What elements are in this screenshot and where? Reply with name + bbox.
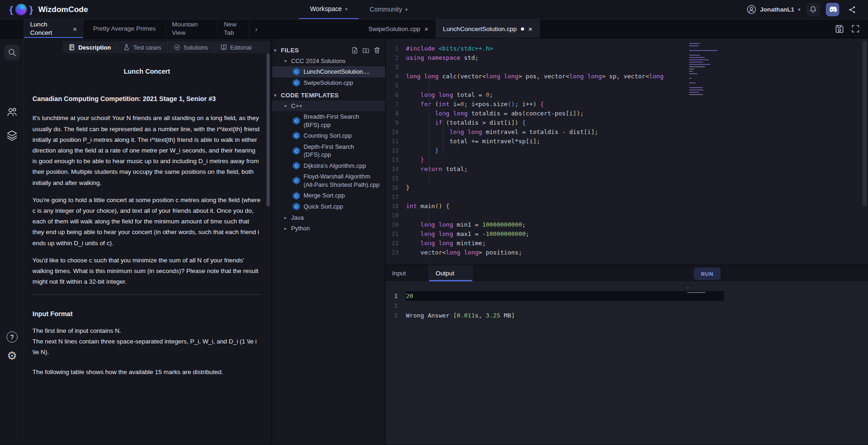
line-number: 17 xyxy=(386,192,406,202)
minimap-line xyxy=(689,78,691,79)
editor-minimap[interactable] xyxy=(689,43,724,96)
fullscreen-icon[interactable] xyxy=(851,25,860,33)
file-dijkstra-s-algorithm-cpp[interactable]: CDijkstra's Algorithm.cpp xyxy=(272,160,385,172)
file-depth-first-search-dfs-cpp[interactable]: CDepth-First Search (DFS).cpp xyxy=(272,141,385,160)
save-icon[interactable] xyxy=(835,25,844,33)
doc-tab-solutions[interactable]: Solutions xyxy=(168,41,215,53)
file-floyd-warshall-algorithm-all-pairs-shortest-path-cpp[interactable]: CFloyd-Warshall Algorithm (All-Pairs Sho… xyxy=(272,171,385,190)
templates-button[interactable] xyxy=(0,129,24,141)
code-line: 6 long long total = 0; xyxy=(386,90,868,100)
code-text: long long calc(vector<long long> pos, ve… xyxy=(406,72,664,81)
io-tab-input[interactable]: Input xyxy=(386,265,429,281)
close-icon[interactable]: × xyxy=(73,25,77,33)
problem-tab[interactable]: Pretty Average Primes xyxy=(83,19,166,38)
code-line: 2using namespace std; xyxy=(386,53,868,63)
code-editor[interactable]: 1#include <bits/stdc++.h>2using namespac… xyxy=(386,38,868,265)
code-text: long long mintravel = totaldis - dist[i]… xyxy=(406,127,598,137)
code-line: 10 long long mintravel = totaldis - dist… xyxy=(386,127,868,137)
settings-button[interactable]: ⚙ xyxy=(0,350,24,362)
unsaved-dot-icon xyxy=(521,27,524,31)
folder-python[interactable]: ▸Python xyxy=(272,223,385,234)
files-section-header[interactable]: ▾ FILES xyxy=(272,45,385,56)
file-counting-sort-cpp[interactable]: CCounting Sort.cpp xyxy=(272,130,385,141)
svg-text:C: C xyxy=(295,178,298,183)
output-text: 20 xyxy=(406,291,724,301)
notifications-button[interactable] xyxy=(806,3,820,16)
chevron-right-icon: ▸ xyxy=(282,215,289,220)
app-logo[interactable]: { } WizdomCode xyxy=(0,4,88,15)
editor-tab[interactable]: SwipeSolution.cpp× xyxy=(361,19,436,38)
code-line: 18int main() { xyxy=(386,202,868,211)
close-icon[interactable]: × xyxy=(424,25,429,33)
code-line: 13 } xyxy=(386,155,868,165)
left-sidebar: ? ⚙ xyxy=(0,38,24,445)
editor-scrollbar[interactable] xyxy=(862,41,867,206)
problem-tab[interactable]: Lunch Concert× xyxy=(24,19,83,38)
editor-tab-region: SwipeSolution.cpp×LunchConcertSolution.c… xyxy=(361,19,868,38)
svg-text:C: C xyxy=(295,164,298,168)
new-file-icon[interactable] xyxy=(351,47,358,54)
output-minimap-line xyxy=(687,287,689,288)
output-console[interactable]: 12023Wrong Answer [0.011s, 3.25 MB] xyxy=(386,282,868,445)
file-swipesolution-cpp[interactable]: CSwipeSolution.cpp xyxy=(272,77,385,89)
minimap-line xyxy=(689,71,693,72)
doc-tab-test-cases[interactable]: Test cases xyxy=(117,41,167,53)
folder-c[interactable]: ▾C++ xyxy=(272,101,385,111)
new-folder-icon[interactable] xyxy=(362,47,369,54)
doc-tab-description[interactable]: Description xyxy=(63,41,117,53)
file-merge-sort-cpp[interactable]: CMerge Sort.cpp xyxy=(272,190,385,201)
trash-icon[interactable] xyxy=(374,47,380,54)
chevron-down-icon: ▾ xyxy=(345,6,348,12)
section-divider xyxy=(32,294,261,295)
run-button[interactable]: RUN xyxy=(694,267,721,280)
description-scrollbar[interactable] xyxy=(266,53,270,206)
minimap-line xyxy=(689,45,698,46)
cpp-icon: C xyxy=(292,191,300,200)
file-quick-sort-cpp[interactable]: CQuick Sort.cpp xyxy=(272,201,385,212)
folder-ccc-2024-solutions[interactable]: ▾CCC 2024 Solutions xyxy=(272,56,385,66)
code-line: 4long long calc(vector<long long> pos, v… xyxy=(386,72,868,81)
nav-item-workspace[interactable]: Workspace▾ xyxy=(299,0,359,19)
minimap-line xyxy=(689,92,699,93)
line-number: 13 xyxy=(386,155,406,165)
user-menu[interactable]: JonathanL1 ▾ xyxy=(747,5,800,14)
io-tab-output[interactable]: Output xyxy=(429,265,473,281)
folder-java[interactable]: ▸Java xyxy=(272,212,385,223)
file-label: Quick Sort.cpp xyxy=(304,202,343,212)
file-lunchconcertsolution[interactable]: CLunchConcertSolution.... xyxy=(272,66,385,77)
share-button[interactable] xyxy=(845,3,859,16)
code-line: 14 return total; xyxy=(386,165,868,174)
problem-tab[interactable]: New Tab xyxy=(218,19,249,38)
discord-button[interactable] xyxy=(826,3,839,16)
folder-label: Java xyxy=(291,214,304,221)
search-button[interactable] xyxy=(4,44,20,60)
cpp-icon: C xyxy=(292,116,300,125)
help-button[interactable]: ? xyxy=(0,331,24,343)
discord-icon xyxy=(828,6,837,13)
collaboration-button[interactable] xyxy=(0,106,24,118)
tab-scroll-right-button[interactable]: › xyxy=(249,19,263,38)
file-label: Breadth-First Search (BFS).cpp xyxy=(304,112,382,130)
file-breadth-first-search-bfs-cpp[interactable]: CBreadth-First Search (BFS).cpp xyxy=(272,111,385,130)
problem-description-panel: DescriptionTest casesSolutionsEditorial … xyxy=(24,38,272,445)
nav-item-community[interactable]: Community▾ xyxy=(359,0,419,19)
output-line-number: 3 xyxy=(386,312,406,319)
svg-text:C: C xyxy=(295,119,298,123)
line-number: 11 xyxy=(386,137,406,146)
logo-brace-right-icon: } xyxy=(29,5,33,14)
chevron-down-icon: ▾ xyxy=(282,103,289,108)
minimap-line xyxy=(689,59,709,60)
close-icon[interactable]: × xyxy=(528,25,532,33)
svg-text:C: C xyxy=(295,204,298,209)
section-code-templates[interactable]: ▾CODE TEMPLATES xyxy=(272,90,385,101)
line-number: 4 xyxy=(386,72,406,81)
doc-tab-editorial[interactable]: Editorial xyxy=(215,41,258,53)
chevron-right-icon: ▸ xyxy=(282,226,289,231)
problem-tab[interactable]: Mountain View xyxy=(166,19,218,38)
editor-tab[interactable]: LunchConcertSolution.cpp× xyxy=(436,19,540,38)
minimap-line xyxy=(689,73,697,74)
collaboration-icon xyxy=(6,106,18,118)
file-label: Counting Sort.cpp xyxy=(304,131,352,141)
folder-label: Python xyxy=(291,225,310,232)
line-number: 18 xyxy=(386,202,406,211)
